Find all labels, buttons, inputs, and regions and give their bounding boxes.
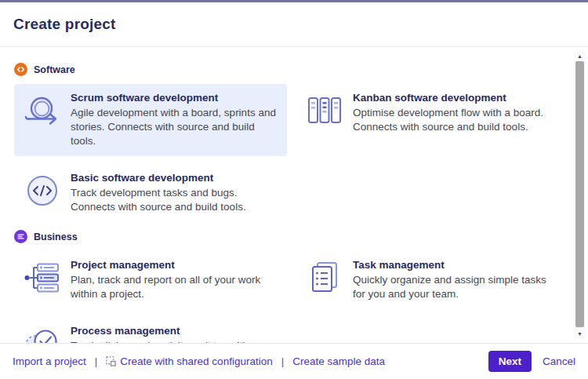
create-sample-data-link[interactable]: Create sample data (292, 355, 385, 367)
template-description: Track development tasks and bugs. Connec… (71, 186, 279, 214)
template-list: Software Scrum software development Agil… (0, 50, 569, 379)
cancel-button[interactable]: Cancel (543, 355, 575, 367)
template-description: Plan, track and report on all of your wo… (71, 273, 279, 301)
link-label: Import a project (13, 355, 86, 367)
scrum-icon (22, 92, 63, 128)
section-header-software: Software (14, 63, 569, 76)
scrollbar-thumb[interactable] (575, 61, 584, 327)
template-title: Project management (71, 259, 279, 271)
template-description: Quickly organize and assign simple tasks… (353, 273, 561, 301)
template-card-basic[interactable]: Basic software development Track develop… (14, 164, 287, 222)
section-header-business: Business (14, 230, 569, 243)
business-template-grid: Project management Plan, track and repor… (14, 251, 569, 309)
software-template-grid: Scrum software development Agile develop… (14, 84, 569, 156)
code-badge-icon (14, 63, 27, 76)
template-card-task-management[interactable]: Task management Quickly organize and ass… (296, 251, 569, 309)
separator: | (95, 355, 98, 367)
section-label: Software (34, 64, 75, 75)
import-project-link[interactable]: Import a project (13, 355, 86, 367)
template-title: Kanban software development (353, 92, 561, 104)
template-title: Task management (353, 259, 561, 271)
list-badge-icon (14, 230, 27, 243)
code-circle-icon (22, 172, 63, 208)
template-title: Basic software development (71, 172, 279, 184)
next-button[interactable]: Next (488, 351, 532, 372)
template-description: Optimise development flow with a board. … (353, 106, 561, 134)
template-card-scrum[interactable]: Scrum software development Agile develop… (14, 84, 287, 156)
template-title: Scrum software development (71, 92, 279, 104)
kanban-icon (304, 92, 345, 126)
section-label: Business (34, 231, 78, 242)
dialog-footer: Import a project | Create with shared co… (0, 343, 588, 379)
vertical-scrollbar[interactable]: ▲ ▼ (574, 51, 586, 339)
software-template-grid-row2: Basic software development Track develop… (14, 164, 569, 222)
create-shared-configuration-link[interactable]: Create with shared configuration (106, 355, 272, 367)
create-project-dialog: Create project Software (0, 0, 588, 379)
page-title: Create project (13, 16, 116, 33)
link-label: Create with shared configuration (120, 355, 272, 367)
checklist-icon (304, 259, 345, 295)
dialog-header: Create project (0, 2, 588, 47)
footer-links: Import a project | Create with shared co… (13, 355, 385, 367)
template-title: Process management (71, 325, 279, 337)
scroll-up-arrow-icon[interactable]: ▲ (574, 51, 586, 61)
link-label: Create sample data (292, 355, 385, 367)
separator: | (281, 355, 285, 367)
scroll-down-arrow-icon[interactable]: ▼ (574, 329, 586, 339)
template-card-project-management[interactable]: Project management Plan, track and repor… (14, 251, 287, 309)
shared-config-icon (106, 356, 116, 366)
hierarchy-icon (22, 259, 63, 295)
template-card-kanban[interactable]: Kanban software development Optimise dev… (296, 84, 569, 156)
template-description: Agile development with a board, sprints … (71, 106, 279, 148)
